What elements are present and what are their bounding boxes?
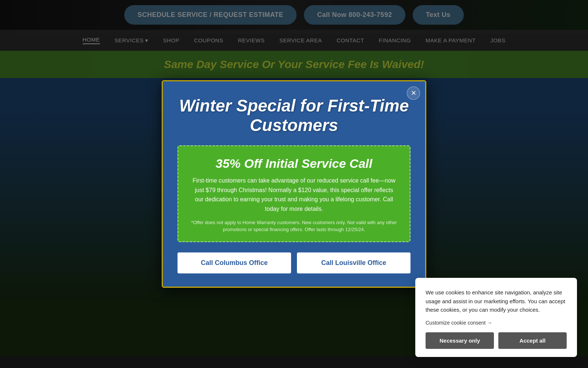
modal-title: Winter Special for First-Time Customers bbox=[178, 96, 410, 135]
cookie-consent-banner: We use cookies to enhance site navigatio… bbox=[415, 278, 577, 357]
promo-modal: ✕ Winter Special for First-Time Customer… bbox=[162, 80, 426, 287]
offer-title: 35% Off Initial Service Call bbox=[190, 156, 398, 171]
cookie-customize-label: Customize cookie consent → bbox=[426, 320, 492, 326]
offer-disclaimer: *Offer does not apply to Home Warranty c… bbox=[190, 219, 398, 233]
customize-cookie-consent-link[interactable]: Customize cookie consent → bbox=[426, 320, 567, 326]
close-icon: ✕ bbox=[411, 89, 416, 97]
accept-all-button[interactable]: Accept all bbox=[498, 332, 567, 349]
cookie-consent-text: We use cookies to enhance site navigatio… bbox=[426, 288, 567, 314]
offer-description: First-time customers can take advantage … bbox=[190, 176, 398, 213]
call-columbus-button[interactable]: Call Columbus Office bbox=[178, 252, 291, 273]
call-louisville-button[interactable]: Call Louisville Office bbox=[297, 252, 410, 273]
modal-buttons: Call Columbus Office Call Louisville Off… bbox=[178, 252, 410, 273]
modal-offer-box: 35% Off Initial Service Call First-time … bbox=[178, 145, 410, 242]
modal-close-button[interactable]: ✕ bbox=[407, 86, 420, 100]
necessary-only-button[interactable]: Necessary only bbox=[426, 332, 494, 349]
cookie-buttons: Necessary only Accept all bbox=[426, 332, 567, 349]
